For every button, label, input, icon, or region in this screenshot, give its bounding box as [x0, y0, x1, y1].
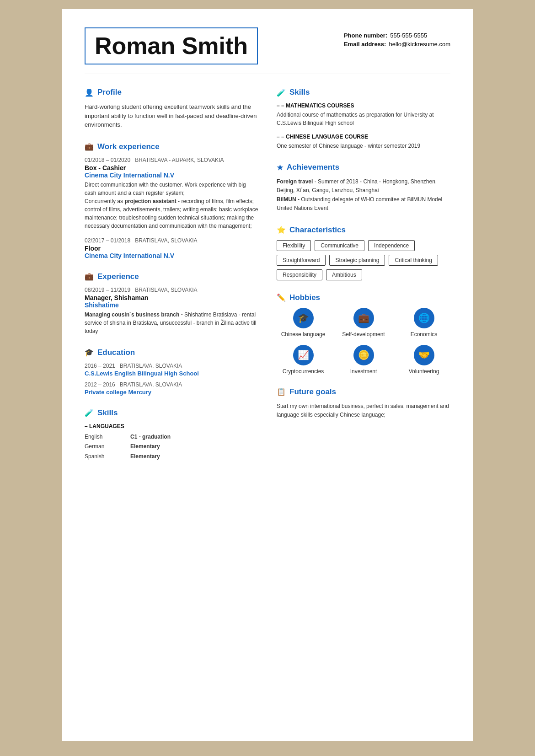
hobby-investment-label: Investment: [350, 368, 377, 375]
edu-school-1: C.S.Lewis English Bilingual High School: [85, 370, 258, 377]
skills-left-title: 🧪 Skills: [85, 408, 258, 418]
hobby-self-dev-icon: 💼: [353, 308, 374, 328]
hobby-self-dev-label: Self-development: [342, 331, 385, 338]
skills-left-icon: 🧪: [85, 408, 94, 417]
future-goals-icon: 📋: [277, 387, 286, 396]
lang-row-spanish: Spanish Elementary: [85, 452, 258, 462]
exp-title-1: Manager, Shishaman: [85, 294, 258, 301]
hobby-chinese-icon: 🎓: [293, 308, 314, 328]
chinese-course-subsection: – CHINESE LANGUAGE COURSE One semester o…: [277, 134, 450, 150]
char-responsibility: Responsibility: [277, 269, 322, 280]
hobby-chinese: 🎓 Chinese language: [277, 308, 330, 338]
work-date-loc-2: 02/2017 – 01/2018 BRATISLAVA, SLOVAKIA: [85, 237, 258, 244]
hobby-crypto-icon: 📈: [293, 345, 314, 365]
work-date-loc-1: 01/2018 – 01/2020 BRATISLAVA - AUPARK, S…: [85, 157, 258, 163]
phone-label: Phone number:: [344, 32, 387, 39]
work-title-1: Box - Cashier: [85, 164, 258, 172]
exp-desc-1: Managing cousin´s business branch - Shis…: [85, 311, 258, 335]
full-name: Roman Smith: [95, 33, 248, 59]
math-courses-subsection: – MATHEMATICS COURSES Additional course …: [277, 102, 450, 127]
profile-section: 👤 Profile Hard-working student offering …: [85, 88, 258, 129]
languages-subsection: LANGUAGES English C1 - graduation German…: [85, 423, 258, 462]
chinese-sub-title: – CHINESE LANGUAGE COURSE: [277, 134, 450, 140]
achievements-title: ★ Achievements: [277, 163, 450, 172]
work-experience-section: 💼 Work experience 01/2018 – 01/2020 BRAT…: [85, 142, 258, 259]
lang-english: English: [85, 432, 117, 442]
skills-right-title: 🧪 Skills: [277, 88, 450, 97]
hobby-economics-label: Economics: [411, 331, 438, 338]
skills-left-section: 🧪 Skills LANGUAGES English C1 - graduati…: [85, 408, 258, 462]
hobby-investment-icon: 🪙: [353, 345, 374, 365]
characteristics-grid: Flexibility Communicative Independence S…: [277, 240, 450, 280]
lang-row-german: German Elementary: [85, 442, 258, 452]
profile-title: 👤 Profile: [85, 88, 258, 97]
phone-row: Phone number: 555-555-5555: [344, 32, 450, 39]
achievements-section: ★ Achievements Foreign travel - Summer o…: [277, 163, 450, 213]
lang-german: German: [85, 442, 117, 452]
char-flexibility: Flexibility: [277, 240, 311, 251]
profile-icon: 👤: [85, 88, 94, 97]
hobby-volunteering: 🤝 Volunteering: [397, 345, 450, 375]
math-sub-title: – MATHEMATICS COURSES: [277, 102, 450, 109]
achievements-icon: ★: [277, 163, 283, 172]
char-strategic: Strategic planning: [329, 255, 385, 266]
experience-icon: 💼: [85, 272, 94, 281]
char-independence: Independence: [368, 240, 415, 251]
edu-school-2: Private college Mercury: [85, 389, 258, 396]
experience-entry-1: 08/2019 – 11/2019 BRATISLAVA, SLOVAKIA M…: [85, 287, 258, 335]
email-label: Email address:: [344, 41, 386, 48]
hobbies-icon: ✏️: [277, 293, 286, 302]
lang-table: English C1 - graduation German Elementar…: [85, 432, 258, 462]
hobbies-section: ✏️ Hobbies 🎓 Chinese language 💼 Self-dev…: [277, 293, 450, 375]
work-entry-2: 02/2017 – 01/2018 BRATISLAVA, SLOVAKIA F…: [85, 237, 258, 259]
email-row: Email address: hello@kickresume.com: [344, 41, 450, 48]
languages-sub-title: LANGUAGES: [85, 423, 258, 429]
lang-german-level: Elementary: [130, 442, 160, 452]
future-goals-section: 📋 Future goals Start my own internationa…: [277, 387, 450, 419]
profile-text: Hard-working student offering excellent …: [85, 102, 258, 129]
lang-row-english: English C1 - graduation: [85, 432, 258, 442]
resume-container: Roman Smith Phone number: 555-555-5555 E…: [62, 9, 473, 741]
exp-date-loc-1: 08/2019 – 11/2019 BRATISLAVA, SLOVAKIA: [85, 287, 258, 293]
work-experience-title: 💼 Work experience: [85, 142, 258, 151]
char-critical: Critical thinking: [389, 255, 438, 266]
char-ambitious: Ambitious: [326, 269, 362, 280]
hobby-self-dev: 💼 Self-development: [337, 308, 390, 338]
contact-info: Phone number: 555-555-5555 Email address…: [344, 27, 450, 49]
hobby-economics-icon: 🌐: [414, 308, 434, 328]
hobbies-grid: 🎓 Chinese language 💼 Self-development 🌐 …: [277, 308, 450, 375]
header-section: Roman Smith Phone number: 555-555-5555 E…: [85, 27, 450, 74]
achievements-text: Foreign travel - Summer of 2018 - China …: [277, 177, 450, 213]
characteristics-title: ⭐ Characteristics: [277, 225, 450, 235]
hobby-crypto-label: Cryptocurrencies: [283, 368, 324, 375]
lang-spanish-level: Elementary: [130, 452, 160, 462]
hobby-crypto: 📈 Cryptocurrencies: [277, 345, 330, 375]
work-company-1: Cinema City International N.V: [85, 172, 258, 179]
edu-entry-1: 2016 – 2021 BRATISLAVA, SLOVAKIA C.S.Lew…: [85, 363, 258, 377]
edu-entry-2: 2012 – 2016 BRATISLAVA, SLOVAKIA Private…: [85, 381, 258, 396]
exp-company-1: Shishatime: [85, 301, 258, 309]
experience-section: 💼 Experience 08/2019 – 11/2019 BRATISLAV…: [85, 272, 258, 335]
edu-date-2: 2012 – 2016 BRATISLAVA, SLOVAKIA: [85, 381, 258, 388]
education-icon: 🎓: [85, 348, 94, 357]
lang-english-level: C1 - graduation: [130, 432, 171, 442]
phone-value: 555-555-5555: [390, 32, 427, 39]
name-box: Roman Smith: [85, 27, 258, 64]
math-text: Additional course of mathematics as prep…: [277, 111, 450, 127]
education-title: 🎓 Education: [85, 348, 258, 357]
lang-spanish: Spanish: [85, 452, 117, 462]
hobby-chinese-label: Chinese language: [281, 331, 326, 338]
chinese-text: One semester of Chinese language - winte…: [277, 142, 450, 150]
hobbies-title: ✏️ Hobbies: [277, 293, 450, 302]
email-value: hello@kickresume.com: [389, 41, 450, 48]
characteristics-section: ⭐ Characteristics Flexibility Communicat…: [277, 225, 450, 280]
education-section: 🎓 Education 2016 – 2021 BRATISLAVA, SLOV…: [85, 348, 258, 396]
work-desc-1: Direct communication with the customer. …: [85, 181, 258, 230]
char-straightforward: Straightforward: [277, 255, 326, 266]
hobby-economics: 🌐 Economics: [397, 308, 450, 338]
hobby-volunteering-icon: 🤝: [414, 345, 434, 365]
experience-title: 💼 Experience: [85, 272, 258, 281]
work-company-2: Cinema City International N.V: [85, 252, 258, 259]
skills-right-section: 🧪 Skills – MATHEMATICS COURSES Additiona…: [277, 88, 450, 150]
edu-date-1: 2016 – 2021 BRATISLAVA, SLOVAKIA: [85, 363, 258, 369]
